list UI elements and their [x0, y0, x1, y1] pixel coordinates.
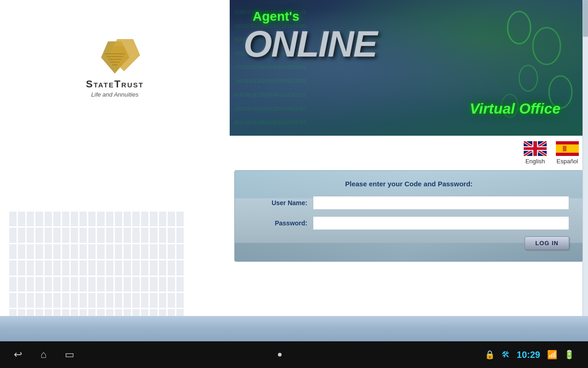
grid-cell — [71, 277, 78, 292]
banner-online-text: ONLINE — [243, 23, 377, 65]
grid-cell — [176, 228, 184, 242]
banner-virtual-office-text: Virtual Office — [470, 100, 560, 117]
grid-cell — [159, 260, 166, 275]
grid-cell — [71, 244, 78, 259]
left-panel: StateTrust Life and Annuities — [0, 0, 230, 340]
grid-cell — [176, 260, 184, 275]
banner-image: 01001010101001010101010110 1011010101001… — [230, 0, 588, 136]
android-icon: 🛠 — [502, 350, 510, 360]
grid-cell — [168, 260, 175, 275]
android-nav-bar: ↩ ⌂ ▭ 🔒 🛠 10:29 📶 🔋 — [0, 341, 588, 368]
scrollbar-thumb[interactable] — [583, 0, 588, 37]
svg-text:01010010110101001010101101: 01010010110101001010101101 — [234, 92, 306, 98]
grid-cell — [88, 212, 96, 226]
home-button[interactable]: ⌂ — [40, 349, 46, 361]
grid-cell — [18, 228, 25, 242]
nav-left-buttons: ↩ ⌂ ▭ — [14, 349, 74, 361]
grid-cell — [97, 212, 104, 226]
grid-cell — [106, 293, 113, 308]
grid-cell — [88, 293, 96, 308]
grid-cell — [106, 260, 113, 275]
grid-cell — [27, 260, 34, 275]
grid-cell — [132, 277, 140, 292]
grid-cell — [97, 244, 104, 259]
grid-cell — [62, 260, 69, 275]
grid-cell — [9, 277, 17, 292]
grid-cell — [62, 293, 69, 308]
grid-cell — [159, 228, 166, 242]
grid-cell — [124, 244, 131, 259]
main-content: StateTrust Life and Annuities 0100101010… — [0, 0, 588, 340]
recents-button[interactable]: ▭ — [65, 349, 74, 361]
system-time: 10:29 — [517, 350, 540, 360]
grid-cell — [79, 293, 87, 308]
grid-cell — [176, 244, 184, 259]
grid-cell — [150, 260, 157, 275]
login-button[interactable]: LOG IN — [525, 236, 569, 250]
bottom-info-bar — [0, 316, 588, 341]
nav-right-status: 🔒 🛠 10:29 📶 🔋 — [485, 350, 574, 360]
nav-indicator-dot — [278, 353, 282, 356]
grid-cell — [97, 260, 104, 275]
english-language-option[interactable]: English — [524, 141, 547, 165]
grid-cell — [18, 244, 25, 259]
grid-cell — [150, 212, 157, 226]
grid-cell — [9, 260, 17, 275]
wifi-icon: 📶 — [547, 350, 557, 360]
grid-cell — [53, 293, 61, 308]
svg-text:10010101101010010101011010: 10010101101010010101011010 — [234, 79, 306, 84]
grid-cell — [106, 212, 113, 226]
spanish-language-option[interactable]: Español — [556, 141, 579, 165]
grid-cell — [141, 212, 148, 226]
grid-cell — [35, 212, 43, 226]
grid-cell — [53, 277, 61, 292]
grid-cell — [124, 293, 131, 308]
username-row: User Name: — [249, 196, 569, 210]
grid-cell — [124, 277, 131, 292]
grid-cell — [88, 244, 96, 259]
grid-cell — [132, 228, 140, 242]
back-button[interactable]: ↩ — [14, 349, 22, 361]
svg-text:10101010010101101010010101: 10101010010101101010010101 — [234, 106, 306, 111]
grid-cell — [115, 244, 122, 259]
grid-cell — [141, 244, 148, 259]
username-label: User Name: — [249, 199, 313, 207]
grid-cell — [35, 260, 43, 275]
grid-cell — [97, 277, 104, 292]
grid-cell — [27, 212, 34, 226]
grid-cell — [97, 293, 104, 308]
grid-cell — [168, 277, 175, 292]
grid-cell — [62, 212, 69, 226]
login-form-box: Please enter your Code and Password: Use… — [234, 170, 583, 262]
english-label: English — [526, 158, 545, 165]
grid-cell — [115, 260, 122, 275]
banner-agents-text: Agent's — [253, 9, 300, 24]
grid-cell — [18, 212, 25, 226]
scrollbar[interactable] — [582, 0, 588, 340]
grid-cell — [27, 244, 34, 259]
svg-text:01011010100101010010110101: 01011010100101010010110101 — [234, 120, 306, 125]
grid-cell — [132, 212, 140, 226]
grid-cell — [9, 244, 17, 259]
es-flag-icon — [556, 141, 579, 156]
grid-cell — [150, 277, 157, 292]
grid-cell — [168, 228, 175, 242]
grid-cell — [79, 212, 87, 226]
password-row: Password: — [249, 216, 569, 230]
grid-cell — [115, 293, 122, 308]
right-panel: 01001010101001010101010110 1011010101001… — [230, 0, 588, 340]
password-input[interactable] — [313, 216, 569, 230]
grid-cell — [71, 260, 78, 275]
grid-cell — [62, 228, 69, 242]
grid-cell — [168, 244, 175, 259]
language-selector: English Español — [230, 136, 588, 170]
grid-cell — [88, 260, 96, 275]
grid-cell — [9, 293, 17, 308]
grid-cell — [159, 277, 166, 292]
grid-cell — [27, 277, 34, 292]
grid-cell — [45, 260, 52, 275]
grid-cell — [27, 293, 34, 308]
grid-cell — [124, 212, 131, 226]
username-input[interactable] — [313, 196, 569, 210]
grid-cell — [79, 228, 87, 242]
